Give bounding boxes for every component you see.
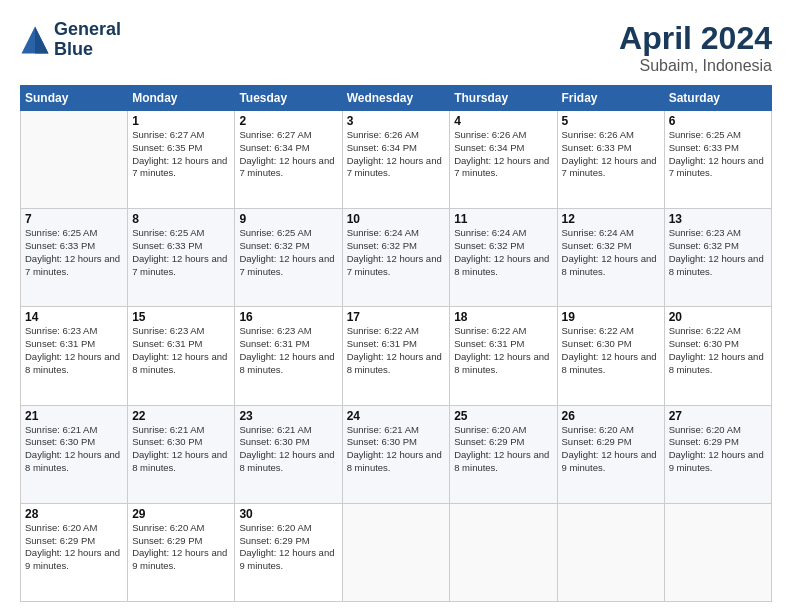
col-tuesday: Tuesday bbox=[235, 86, 342, 111]
day-number: 12 bbox=[562, 212, 660, 226]
day-number: 6 bbox=[669, 114, 767, 128]
table-cell: 11Sunrise: 6:24 AM Sunset: 6:32 PM Dayli… bbox=[450, 209, 557, 307]
day-number: 24 bbox=[347, 409, 446, 423]
day-detail: Sunrise: 6:22 AM Sunset: 6:31 PM Dayligh… bbox=[454, 325, 552, 376]
day-detail: Sunrise: 6:22 AM Sunset: 6:30 PM Dayligh… bbox=[669, 325, 767, 376]
table-cell: 21Sunrise: 6:21 AM Sunset: 6:30 PM Dayli… bbox=[21, 405, 128, 503]
day-number: 27 bbox=[669, 409, 767, 423]
day-number: 7 bbox=[25, 212, 123, 226]
day-detail: Sunrise: 6:23 AM Sunset: 6:31 PM Dayligh… bbox=[239, 325, 337, 376]
day-detail: Sunrise: 6:21 AM Sunset: 6:30 PM Dayligh… bbox=[347, 424, 446, 475]
table-cell: 27Sunrise: 6:20 AM Sunset: 6:29 PM Dayli… bbox=[664, 405, 771, 503]
day-number: 15 bbox=[132, 310, 230, 324]
week-row-5: 28Sunrise: 6:20 AM Sunset: 6:29 PM Dayli… bbox=[21, 503, 772, 601]
day-number: 20 bbox=[669, 310, 767, 324]
col-saturday: Saturday bbox=[664, 86, 771, 111]
day-detail: Sunrise: 6:23 AM Sunset: 6:31 PM Dayligh… bbox=[25, 325, 123, 376]
header: General Blue April 2024 Subaim, Indonesi… bbox=[20, 20, 772, 75]
day-detail: Sunrise: 6:21 AM Sunset: 6:30 PM Dayligh… bbox=[25, 424, 123, 475]
day-number: 14 bbox=[25, 310, 123, 324]
logo-icon bbox=[20, 25, 50, 55]
table-cell: 10Sunrise: 6:24 AM Sunset: 6:32 PM Dayli… bbox=[342, 209, 450, 307]
table-cell: 8Sunrise: 6:25 AM Sunset: 6:33 PM Daylig… bbox=[128, 209, 235, 307]
day-detail: Sunrise: 6:26 AM Sunset: 6:34 PM Dayligh… bbox=[454, 129, 552, 180]
day-detail: Sunrise: 6:24 AM Sunset: 6:32 PM Dayligh… bbox=[562, 227, 660, 278]
col-wednesday: Wednesday bbox=[342, 86, 450, 111]
table-cell: 18Sunrise: 6:22 AM Sunset: 6:31 PM Dayli… bbox=[450, 307, 557, 405]
day-number: 17 bbox=[347, 310, 446, 324]
week-row-1: 1Sunrise: 6:27 AM Sunset: 6:35 PM Daylig… bbox=[21, 111, 772, 209]
day-detail: Sunrise: 6:20 AM Sunset: 6:29 PM Dayligh… bbox=[25, 522, 123, 573]
table-cell: 25Sunrise: 6:20 AM Sunset: 6:29 PM Dayli… bbox=[450, 405, 557, 503]
day-number: 9 bbox=[239, 212, 337, 226]
logo-text: General Blue bbox=[54, 20, 121, 60]
table-cell: 6Sunrise: 6:25 AM Sunset: 6:33 PM Daylig… bbox=[664, 111, 771, 209]
table-cell: 1Sunrise: 6:27 AM Sunset: 6:35 PM Daylig… bbox=[128, 111, 235, 209]
day-detail: Sunrise: 6:25 AM Sunset: 6:32 PM Dayligh… bbox=[239, 227, 337, 278]
table-cell bbox=[342, 503, 450, 601]
day-number: 16 bbox=[239, 310, 337, 324]
table-cell: 26Sunrise: 6:20 AM Sunset: 6:29 PM Dayli… bbox=[557, 405, 664, 503]
calendar-header-row: Sunday Monday Tuesday Wednesday Thursday… bbox=[21, 86, 772, 111]
day-detail: Sunrise: 6:26 AM Sunset: 6:34 PM Dayligh… bbox=[347, 129, 446, 180]
page: General Blue April 2024 Subaim, Indonesi… bbox=[0, 0, 792, 612]
table-cell: 24Sunrise: 6:21 AM Sunset: 6:30 PM Dayli… bbox=[342, 405, 450, 503]
day-number: 11 bbox=[454, 212, 552, 226]
day-number: 3 bbox=[347, 114, 446, 128]
table-cell: 7Sunrise: 6:25 AM Sunset: 6:33 PM Daylig… bbox=[21, 209, 128, 307]
day-number: 28 bbox=[25, 507, 123, 521]
day-detail: Sunrise: 6:20 AM Sunset: 6:29 PM Dayligh… bbox=[562, 424, 660, 475]
col-friday: Friday bbox=[557, 86, 664, 111]
day-number: 2 bbox=[239, 114, 337, 128]
table-cell: 30Sunrise: 6:20 AM Sunset: 6:29 PM Dayli… bbox=[235, 503, 342, 601]
table-cell: 4Sunrise: 6:26 AM Sunset: 6:34 PM Daylig… bbox=[450, 111, 557, 209]
table-cell: 22Sunrise: 6:21 AM Sunset: 6:30 PM Dayli… bbox=[128, 405, 235, 503]
day-detail: Sunrise: 6:25 AM Sunset: 6:33 PM Dayligh… bbox=[669, 129, 767, 180]
table-cell: 16Sunrise: 6:23 AM Sunset: 6:31 PM Dayli… bbox=[235, 307, 342, 405]
week-row-2: 7Sunrise: 6:25 AM Sunset: 6:33 PM Daylig… bbox=[21, 209, 772, 307]
table-cell: 2Sunrise: 6:27 AM Sunset: 6:34 PM Daylig… bbox=[235, 111, 342, 209]
day-detail: Sunrise: 6:24 AM Sunset: 6:32 PM Dayligh… bbox=[347, 227, 446, 278]
day-detail: Sunrise: 6:22 AM Sunset: 6:30 PM Dayligh… bbox=[562, 325, 660, 376]
table-cell: 28Sunrise: 6:20 AM Sunset: 6:29 PM Dayli… bbox=[21, 503, 128, 601]
col-sunday: Sunday bbox=[21, 86, 128, 111]
col-monday: Monday bbox=[128, 86, 235, 111]
day-number: 26 bbox=[562, 409, 660, 423]
day-number: 8 bbox=[132, 212, 230, 226]
day-detail: Sunrise: 6:27 AM Sunset: 6:34 PM Dayligh… bbox=[239, 129, 337, 180]
day-detail: Sunrise: 6:26 AM Sunset: 6:33 PM Dayligh… bbox=[562, 129, 660, 180]
table-cell: 15Sunrise: 6:23 AM Sunset: 6:31 PM Dayli… bbox=[128, 307, 235, 405]
week-row-3: 14Sunrise: 6:23 AM Sunset: 6:31 PM Dayli… bbox=[21, 307, 772, 405]
table-cell: 20Sunrise: 6:22 AM Sunset: 6:30 PM Dayli… bbox=[664, 307, 771, 405]
col-thursday: Thursday bbox=[450, 86, 557, 111]
day-number: 21 bbox=[25, 409, 123, 423]
day-detail: Sunrise: 6:20 AM Sunset: 6:29 PM Dayligh… bbox=[454, 424, 552, 475]
day-detail: Sunrise: 6:25 AM Sunset: 6:33 PM Dayligh… bbox=[132, 227, 230, 278]
day-number: 4 bbox=[454, 114, 552, 128]
table-cell: 29Sunrise: 6:20 AM Sunset: 6:29 PM Dayli… bbox=[128, 503, 235, 601]
day-number: 30 bbox=[239, 507, 337, 521]
table-cell: 17Sunrise: 6:22 AM Sunset: 6:31 PM Dayli… bbox=[342, 307, 450, 405]
table-cell: 12Sunrise: 6:24 AM Sunset: 6:32 PM Dayli… bbox=[557, 209, 664, 307]
day-number: 19 bbox=[562, 310, 660, 324]
day-number: 25 bbox=[454, 409, 552, 423]
table-cell: 5Sunrise: 6:26 AM Sunset: 6:33 PM Daylig… bbox=[557, 111, 664, 209]
table-cell bbox=[557, 503, 664, 601]
table-cell: 9Sunrise: 6:25 AM Sunset: 6:32 PM Daylig… bbox=[235, 209, 342, 307]
day-number: 10 bbox=[347, 212, 446, 226]
table-cell bbox=[450, 503, 557, 601]
day-detail: Sunrise: 6:20 AM Sunset: 6:29 PM Dayligh… bbox=[132, 522, 230, 573]
calendar-table: Sunday Monday Tuesday Wednesday Thursday… bbox=[20, 85, 772, 602]
table-cell bbox=[664, 503, 771, 601]
week-row-4: 21Sunrise: 6:21 AM Sunset: 6:30 PM Dayli… bbox=[21, 405, 772, 503]
day-detail: Sunrise: 6:27 AM Sunset: 6:35 PM Dayligh… bbox=[132, 129, 230, 180]
title-block: April 2024 Subaim, Indonesia bbox=[619, 20, 772, 75]
table-cell: 14Sunrise: 6:23 AM Sunset: 6:31 PM Dayli… bbox=[21, 307, 128, 405]
day-detail: Sunrise: 6:24 AM Sunset: 6:32 PM Dayligh… bbox=[454, 227, 552, 278]
table-cell bbox=[21, 111, 128, 209]
day-number: 23 bbox=[239, 409, 337, 423]
subtitle: Subaim, Indonesia bbox=[619, 57, 772, 75]
day-number: 13 bbox=[669, 212, 767, 226]
table-cell: 13Sunrise: 6:23 AM Sunset: 6:32 PM Dayli… bbox=[664, 209, 771, 307]
day-detail: Sunrise: 6:20 AM Sunset: 6:29 PM Dayligh… bbox=[239, 522, 337, 573]
